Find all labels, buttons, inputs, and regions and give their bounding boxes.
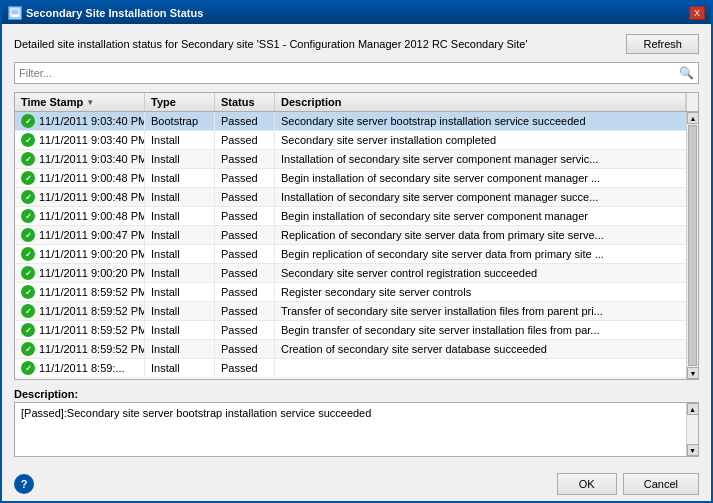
column-header-status[interactable]: Status — [215, 93, 275, 111]
svg-rect-0 — [11, 9, 19, 15]
table-inner: 11/1/2011 9:03:40 PM Bootstrap Passed Se… — [15, 112, 698, 379]
table-row[interactable]: 11/1/2011 9:00:48 PM Install Passed Inst… — [15, 188, 686, 207]
table-rows: 11/1/2011 9:03:40 PM Bootstrap Passed Se… — [15, 112, 686, 379]
cell-description: Begin installation of secondary site ser… — [275, 207, 686, 225]
cell-status: Passed — [215, 321, 275, 339]
cell-timestamp: 11/1/2011 8:59:52 PM — [15, 340, 145, 358]
cell-description: Secondary site server bootstrap installa… — [275, 112, 686, 130]
cell-description: Installation of secondary site server co… — [275, 150, 686, 168]
cell-status: Passed — [215, 112, 275, 130]
footer-buttons: OK Cancel — [557, 473, 699, 495]
scroll-up-button[interactable]: ▲ — [687, 112, 698, 124]
table-row[interactable]: 11/1/2011 9:00:20 PM Install Passed Begi… — [15, 245, 686, 264]
cell-timestamp: 11/1/2011 9:00:20 PM — [15, 245, 145, 263]
title-bar-left: Secondary Site Installation Status — [8, 6, 203, 20]
cell-status: Passed — [215, 245, 275, 263]
description-section: Description: [Passed]:Secondary site ser… — [14, 388, 699, 457]
table-row[interactable]: 11/1/2011 8:59:52 PM Install Passed Begi… — [15, 321, 686, 340]
cell-description: Register secondary site server controls — [275, 283, 686, 301]
column-header-type[interactable]: Type — [145, 93, 215, 111]
status-passed-icon — [21, 133, 35, 147]
cell-description: Begin replication of secondary site serv… — [275, 245, 686, 263]
cell-timestamp: 11/1/2011 9:00:48 PM — [15, 188, 145, 206]
cell-status: Passed — [215, 150, 275, 168]
cell-timestamp: 11/1/2011 9:00:48 PM — [15, 207, 145, 225]
cell-timestamp: 11/1/2011 8:59:52 PM — [15, 321, 145, 339]
cell-type: Install — [145, 359, 215, 377]
table-row[interactable]: 11/1/2011 9:00:48 PM Install Passed Begi… — [15, 169, 686, 188]
cell-timestamp: 11/1/2011 9:00:20 PM — [15, 264, 145, 282]
status-passed-icon — [21, 114, 35, 128]
cell-type: Install — [145, 188, 215, 206]
table-row[interactable]: 11/1/2011 8:59:52 PM Install Passed Crea… — [15, 340, 686, 359]
table-container: Time Stamp ▼ Type Status Description 11/… — [14, 92, 699, 380]
table-row[interactable]: 11/1/2011 9:00:48 PM Install Passed Begi… — [15, 207, 686, 226]
cell-type: Install — [145, 150, 215, 168]
status-passed-icon — [21, 247, 35, 261]
table-row[interactable]: 11/1/2011 8:59:... Install Passed — [15, 359, 686, 378]
cell-type: Install — [145, 131, 215, 149]
status-passed-icon — [21, 152, 35, 166]
status-passed-icon — [21, 304, 35, 318]
table-header: Time Stamp ▼ Type Status Description — [15, 93, 698, 112]
cell-description: Creation of secondary site server databa… — [275, 340, 686, 358]
cell-timestamp: 11/1/2011 8:59:... — [15, 359, 145, 377]
table-row[interactable]: 11/1/2011 9:03:40 PM Install Passed Inst… — [15, 150, 686, 169]
cell-description: Begin installation of secondary site ser… — [275, 169, 686, 187]
status-passed-icon — [21, 323, 35, 337]
top-row: Detailed site installation status for Se… — [14, 34, 699, 54]
status-passed-icon — [21, 285, 35, 299]
status-passed-icon — [21, 228, 35, 242]
scroll-down-button[interactable]: ▼ — [687, 367, 698, 379]
cell-type: Install — [145, 302, 215, 320]
column-header-timestamp[interactable]: Time Stamp ▼ — [15, 93, 145, 111]
description-text: [Passed]:Secondary site server bootstrap… — [21, 407, 371, 419]
cell-timestamp: 11/1/2011 8:59:52 PM — [15, 302, 145, 320]
status-passed-icon — [21, 171, 35, 185]
cell-status: Passed — [215, 340, 275, 358]
column-header-description[interactable]: Description — [275, 93, 686, 111]
cell-description: Begin transfer of secondary site server … — [275, 321, 686, 339]
table-row[interactable]: 11/1/2011 8:59:52 PM Install Passed Tran… — [15, 302, 686, 321]
filter-row: 🔍 — [14, 62, 699, 84]
refresh-button[interactable]: Refresh — [626, 34, 699, 54]
cell-timestamp: 11/1/2011 8:59:52 PM — [15, 283, 145, 301]
cell-status: Passed — [215, 302, 275, 320]
description-scrollbar[interactable]: ▲ ▼ — [686, 403, 698, 456]
desc-scroll-down[interactable]: ▼ — [687, 444, 699, 456]
cell-description: Transfer of secondary site server instal… — [275, 302, 686, 320]
table-row[interactable]: 11/1/2011 9:03:40 PM Bootstrap Passed Se… — [15, 112, 686, 131]
filter-input[interactable] — [19, 67, 679, 79]
ok-button[interactable]: OK — [557, 473, 617, 495]
table-scrollbar[interactable]: ▲ ▼ — [686, 112, 698, 379]
desc-scroll-up[interactable]: ▲ — [687, 403, 699, 415]
cell-type: Install — [145, 264, 215, 282]
status-passed-icon — [21, 361, 35, 375]
cancel-button[interactable]: Cancel — [623, 473, 699, 495]
scroll-thumb[interactable] — [688, 125, 697, 366]
cell-status: Passed — [215, 131, 275, 149]
cell-type: Install — [145, 321, 215, 339]
cell-timestamp: 11/1/2011 9:03:40 PM — [15, 112, 145, 130]
cell-type: Install — [145, 245, 215, 263]
cell-status: Passed — [215, 226, 275, 244]
cell-description: Installation of secondary site server co… — [275, 188, 686, 206]
cell-status: Passed — [215, 169, 275, 187]
table-row[interactable]: 11/1/2011 9:03:40 PM Install Passed Seco… — [15, 131, 686, 150]
cell-status: Passed — [215, 188, 275, 206]
main-content: Detailed site installation status for Se… — [2, 24, 711, 467]
title-bar: Secondary Site Installation Status X — [2, 2, 711, 24]
cell-type: Install — [145, 283, 215, 301]
cell-type: Install — [145, 169, 215, 187]
main-window: Secondary Site Installation Status X Det… — [0, 0, 713, 503]
table-row[interactable]: 11/1/2011 9:00:47 PM Install Passed Repl… — [15, 226, 686, 245]
sort-arrow-icon: ▼ — [86, 98, 94, 107]
cell-type: Install — [145, 340, 215, 358]
cell-description: Replication of secondary site server dat… — [275, 226, 686, 244]
table-row[interactable]: 11/1/2011 9:00:20 PM Install Passed Seco… — [15, 264, 686, 283]
description-label: Description: — [14, 388, 699, 400]
close-button[interactable]: X — [689, 6, 705, 20]
help-button[interactable]: ? — [14, 474, 34, 494]
table-row[interactable]: 11/1/2011 8:59:52 PM Install Passed Regi… — [15, 283, 686, 302]
status-passed-icon — [21, 190, 35, 204]
